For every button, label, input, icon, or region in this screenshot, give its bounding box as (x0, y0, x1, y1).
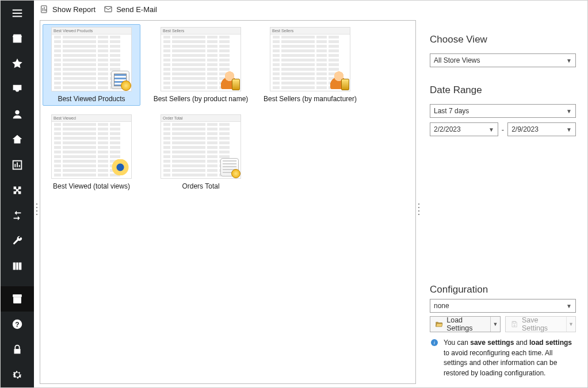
gear-icon[interactable] (1, 362, 34, 387)
menu-icon[interactable] (1, 1, 34, 26)
configuration-title: Configuration (430, 284, 576, 295)
splitter-right[interactable] (418, 202, 420, 215)
report-tile[interactable]: Best ViewedBest Viewed (total views) (43, 112, 140, 193)
toolbar: Show Report Send E-Mail (34, 1, 587, 18)
show-report-label: Show Report (52, 5, 96, 14)
chevron-down-icon: ▼ (566, 57, 572, 64)
archive-icon[interactable] (1, 286, 34, 312)
choose-view-title: Choose View (430, 34, 576, 45)
doc-icon (220, 158, 239, 176)
store-view-select[interactable]: All Store Views ▼ (430, 53, 576, 67)
load-settings-dropdown[interactable]: ▼ (490, 317, 499, 332)
svg-point-0 (15, 110, 19, 114)
chevron-down-icon: ▼ (566, 126, 572, 133)
report-tile-label: Orders Total (182, 182, 219, 190)
svg-rect-3 (16, 263, 18, 270)
store-icon[interactable] (1, 26, 34, 51)
report-thumbnail: Best Viewed (51, 114, 132, 179)
folder-open-icon (435, 320, 443, 329)
date-to-value: 2/9/2023 (511, 125, 539, 133)
date-from-value: 2/2/2023 (434, 125, 461, 133)
report-thumbnail: Best Sellers (270, 27, 350, 91)
puzzle-icon[interactable] (1, 178, 34, 203)
help-icon[interactable]: ? (1, 312, 34, 337)
svg-rect-10 (513, 322, 516, 324)
load-settings-button[interactable]: Load Settings ▼ (430, 316, 501, 332)
columns-icon[interactable] (1, 253, 34, 279)
date-range-preset-value: Last 7 days (434, 107, 469, 115)
svg-text:?: ? (15, 321, 19, 329)
info-icon: i (430, 338, 439, 347)
wrench-icon[interactable] (1, 228, 34, 253)
report-tile[interactable]: Best SellersBest Sellers (by product nam… (152, 24, 250, 106)
save-icon (510, 320, 518, 329)
report-thumbnail: Best Viewed Products (51, 27, 132, 91)
star-icon[interactable] (1, 51, 34, 76)
report-gallery: Best Viewed ProductsBest Viewed Products… (40, 20, 416, 384)
sidebar: ? (1, 1, 34, 387)
person-icon (330, 71, 348, 89)
eye-icon (111, 158, 129, 176)
table-icon (111, 71, 129, 89)
chevron-down-icon: ▼ (488, 126, 494, 133)
splitter-left[interactable] (36, 202, 38, 215)
svg-rect-9 (105, 6, 112, 11)
date-from-input[interactable]: 2/2/2023 ▼ (430, 122, 498, 136)
date-to-input[interactable]: 2/9/2023 ▼ (507, 122, 576, 136)
store-view-value: All Store Views (434, 56, 480, 64)
date-range-preset[interactable]: Last 7 days ▼ (430, 104, 576, 118)
save-settings-dropdown: ▼ (566, 317, 575, 332)
report-tile-label: Best Viewed Products (58, 95, 125, 103)
report-tile-label: Best Sellers (by product name) (154, 95, 249, 103)
email-icon (104, 5, 113, 14)
person-icon (220, 71, 239, 89)
user-icon[interactable] (1, 102, 34, 127)
svg-rect-4 (19, 263, 22, 270)
lock-icon[interactable] (1, 337, 34, 362)
inbox-icon[interactable] (1, 76, 34, 102)
date-separator: - (502, 125, 504, 134)
report-tile-label: Best Sellers (by manufacturer) (264, 95, 357, 103)
show-report-button[interactable]: Show Report (40, 5, 96, 14)
date-range-title: Date Range (430, 84, 576, 96)
report-icon (40, 5, 49, 14)
configuration-value: none (434, 302, 449, 310)
svg-rect-7 (14, 349, 21, 354)
chevron-down-icon: ▼ (566, 303, 572, 309)
save-settings-button: Save Settings ▼ (505, 316, 576, 332)
chevron-down-icon: ▼ (566, 108, 572, 114)
report-thumbnail: Order Total (161, 114, 241, 179)
home-icon[interactable] (1, 127, 34, 152)
right-panel: Choose View All Store Views ▼ Date Range… (425, 20, 582, 384)
save-settings-label: Save Settings (522, 316, 562, 332)
send-email-label: Send E-Mail (116, 5, 157, 14)
chart-icon[interactable] (1, 152, 34, 178)
report-tile[interactable]: Best Viewed ProductsBest Viewed Products (43, 24, 140, 106)
transfer-icon[interactable] (1, 203, 34, 228)
configuration-select[interactable]: none ▼ (430, 299, 576, 313)
report-tile[interactable]: Order TotalOrders Total (152, 112, 250, 193)
report-tile-label: Best Viewed (total views) (53, 182, 130, 190)
load-settings-label: Load Settings (446, 316, 486, 332)
svg-rect-2 (13, 263, 16, 270)
report-thumbnail: Best Sellers (161, 27, 241, 91)
configuration-info: i You can save settings and load setting… (430, 338, 576, 378)
report-tile[interactable]: Best SellersBest Sellers (by manufacture… (261, 24, 359, 106)
send-email-button[interactable]: Send E-Mail (104, 5, 157, 14)
